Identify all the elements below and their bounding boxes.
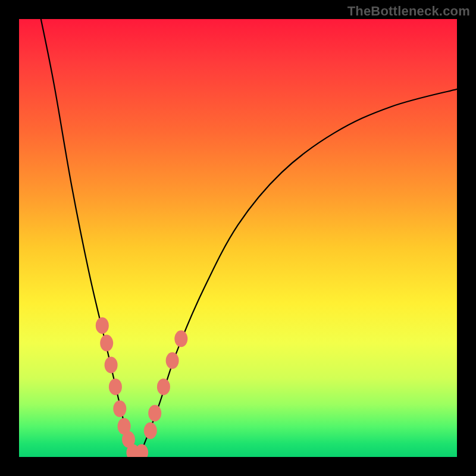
bead-marker <box>105 356 118 373</box>
bead-marker <box>113 400 126 417</box>
bead-marker <box>100 335 113 352</box>
watermark-text: TheBottleneck.com <box>347 4 470 19</box>
bead-markers <box>96 317 187 457</box>
bottleneck-curve <box>41 19 457 457</box>
chart-svg <box>19 19 457 457</box>
bead-marker <box>166 352 179 369</box>
bead-marker <box>96 317 109 334</box>
chart-frame: TheBottleneck.com <box>0 0 476 476</box>
bead-marker <box>144 422 157 439</box>
plot-area <box>19 19 457 457</box>
bead-marker <box>148 405 161 421</box>
bead-marker <box>109 378 122 395</box>
bead-marker <box>157 378 170 395</box>
bead-marker <box>174 330 187 347</box>
